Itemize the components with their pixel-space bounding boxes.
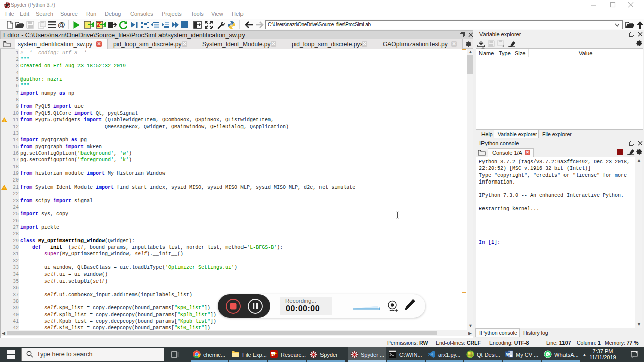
svg-text:W: W	[506, 352, 510, 357]
svg-text:PDF: PDF	[271, 353, 277, 356]
